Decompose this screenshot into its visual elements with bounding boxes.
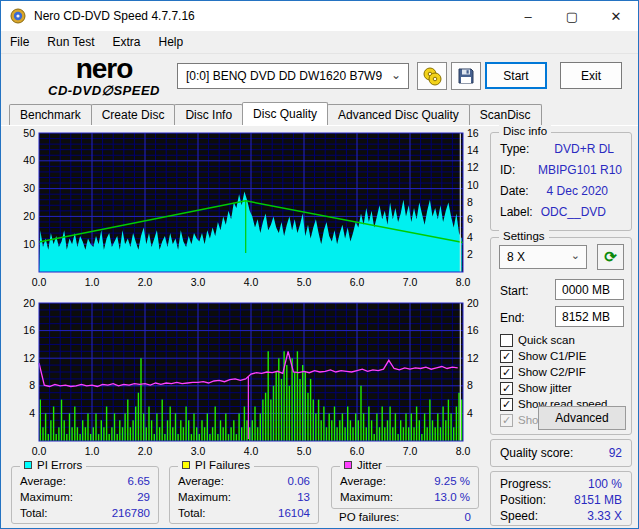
tab-create-disc[interactable]: Create Disc — [91, 104, 176, 125]
disc-type-label: Type: — [500, 141, 529, 157]
disc-date-label: Date: — [500, 183, 529, 199]
checkbox-quick-scan[interactable]: Quick scan — [500, 333, 575, 347]
svg-text:6.0: 6.0 — [350, 276, 365, 288]
quick-scan-checkbox-box — [500, 334, 513, 347]
disc-label-label: Label: — [500, 204, 533, 220]
drive-select-value: [0:0] BENQ DVD DD DW1620 B7W9 — [186, 69, 382, 83]
svg-text:1.0: 1.0 — [85, 445, 100, 457]
svg-text:4: 4 — [29, 407, 35, 419]
tab-disc-quality[interactable]: Disc Quality — [242, 102, 328, 125]
jitter-average-label: Average: — [340, 473, 386, 489]
pi-failures-legend-swatch — [182, 461, 190, 469]
tab-benchmark[interactable]: Benchmark — [9, 104, 92, 125]
disc-id-value: MBIPG101 R10 — [538, 162, 622, 178]
svg-text:7.0: 7.0 — [403, 445, 418, 457]
po-failures-row: PO failures: 0 — [339, 511, 471, 523]
speed-label: Speed: — [500, 508, 538, 524]
pi-failures-jitter-chart: 48121620481216200.01.02.03.04.05.06.07.0… — [9, 295, 479, 463]
pi-errors-chart: 10203040502468101214160.01.02.03.04.05.0… — [9, 128, 479, 296]
app-window: Nero CD-DVD Speed 4.7.7.16 – ▢ ✕ File Ru… — [0, 0, 639, 529]
eject-button[interactable] — [417, 62, 447, 90]
settings-title: Settings — [499, 230, 549, 242]
position-label: Position: — [500, 492, 546, 508]
nero-logo-product: CD-DVD∅SPEED — [23, 84, 185, 97]
nero-logo-brand: nero — [23, 55, 185, 83]
pif-total-label: Total: — [178, 505, 206, 521]
progress-panel: Progress:100 % Position:8151 MB Speed:3.… — [490, 471, 632, 526]
show-c2-pif-label: Show C2/PIF — [518, 366, 586, 378]
end-position-field[interactable]: 8152 MB — [555, 306, 624, 327]
svg-text:16: 16 — [467, 128, 479, 139]
pif-maximum-label: Maximum: — [178, 489, 231, 505]
nero-logo: nero CD-DVD∅SPEED — [23, 55, 185, 97]
tab-disc-info[interactable]: Disc Info — [174, 104, 243, 125]
pif-average-value: 0.06 — [288, 473, 310, 489]
disc-type-value: DVD+R DL — [554, 141, 614, 157]
svg-text:4: 4 — [467, 231, 473, 243]
checkbox-show-jitter[interactable]: ✓ Show jitter — [500, 381, 572, 395]
tab-scandisc[interactable]: ScanDisc — [469, 104, 542, 125]
checkbox-show-c1-pie[interactable]: ✓ Show C1/PIE — [500, 349, 586, 363]
svg-text:3.0: 3.0 — [191, 445, 206, 457]
svg-text:6.0: 6.0 — [350, 445, 365, 457]
svg-text:8: 8 — [29, 379, 35, 391]
minimize-button[interactable]: – — [506, 1, 550, 31]
menu-extra[interactable]: Extra — [103, 31, 149, 54]
pi-errors-stats-caption: PI Errors — [20, 459, 86, 471]
exit-button[interactable]: Exit — [560, 62, 622, 89]
svg-text:30: 30 — [23, 182, 35, 194]
svg-text:2.0: 2.0 — [138, 445, 153, 457]
disc-info-title: Disc info — [499, 125, 551, 137]
title-bar: Nero CD-DVD Speed 4.7.7.16 – ▢ ✕ — [1, 1, 638, 31]
quality-score-value: 92 — [609, 445, 622, 461]
svg-text:8.0: 8.0 — [456, 445, 471, 457]
svg-text:4: 4 — [467, 407, 473, 419]
start-position-value: 0000 MB — [562, 283, 610, 297]
pi-errors-legend-swatch — [24, 461, 32, 469]
jitter-stats-panel: Jitter Average:9.25 % Maximum:13.0 % — [331, 466, 479, 509]
quick-scan-label: Quick scan — [518, 334, 575, 346]
maximize-button[interactable]: ▢ — [550, 1, 594, 31]
po-failures-value: 0 — [465, 511, 471, 523]
scan-speed-value: 8 X — [507, 250, 525, 264]
svg-text:40: 40 — [23, 154, 35, 166]
show-c1-pie-label: Show C1/PIE — [518, 350, 586, 362]
start-position-label: Start: — [500, 284, 529, 298]
progress-label: Progress: — [500, 476, 551, 492]
checkbox-show-c2-pif[interactable]: ✓ Show C2/PIF — [500, 365, 586, 379]
svg-text:20: 20 — [467, 297, 479, 309]
svg-text:12: 12 — [467, 352, 479, 364]
svg-text:12: 12 — [23, 352, 35, 364]
quality-score-panel: Quality score: 92 — [490, 439, 632, 467]
tab-disc-info-label: Disc Info — [185, 108, 232, 122]
start-button[interactable]: Start — [485, 62, 547, 89]
disc-label-value: ODC__DVD — [541, 204, 606, 220]
jitter-stats-caption: Jitter — [340, 459, 386, 471]
tab-advanced-disc-quality[interactable]: Advanced Disc Quality — [327, 104, 470, 125]
pie-average-value: 6.65 — [128, 473, 150, 489]
speed-value: 3.33 X — [587, 508, 622, 524]
pif-maximum-value: 13 — [297, 489, 310, 505]
disc-info-panel: Disc info Type:DVD+R DL ID:MBIPG101 R10 … — [490, 132, 632, 231]
menu-help[interactable]: Help — [150, 31, 193, 54]
quality-score-label: Quality score: — [500, 445, 573, 461]
svg-text:20: 20 — [23, 210, 35, 222]
start-position-field[interactable]: 0000 MB — [555, 279, 624, 300]
svg-text:5.0: 5.0 — [297, 276, 312, 288]
save-floppy-icon — [457, 67, 475, 85]
advanced-button[interactable]: Advanced — [538, 406, 626, 430]
svg-text:14: 14 — [467, 144, 479, 156]
menu-run-test[interactable]: Run Test — [38, 31, 103, 54]
jitter-maximum-label: Maximum: — [340, 489, 393, 505]
menu-bar: File Run Test Extra Help — [1, 31, 638, 54]
menu-file[interactable]: File — [1, 31, 38, 54]
save-button[interactable] — [451, 62, 481, 90]
refresh-speed-button[interactable]: ⟳ — [597, 244, 624, 270]
drive-select[interactable]: [0:0] BENQ DVD DD DW1620 B7W9 ⌄ — [177, 63, 409, 89]
svg-text:10: 10 — [23, 238, 35, 250]
scan-speed-select[interactable]: 8 X ⌄ — [499, 245, 587, 269]
position-value: 8151 MB — [574, 492, 622, 508]
chevron-down-icon: ⌄ — [391, 68, 401, 82]
jitter-legend-swatch — [344, 461, 352, 469]
close-button[interactable]: ✕ — [594, 1, 638, 31]
